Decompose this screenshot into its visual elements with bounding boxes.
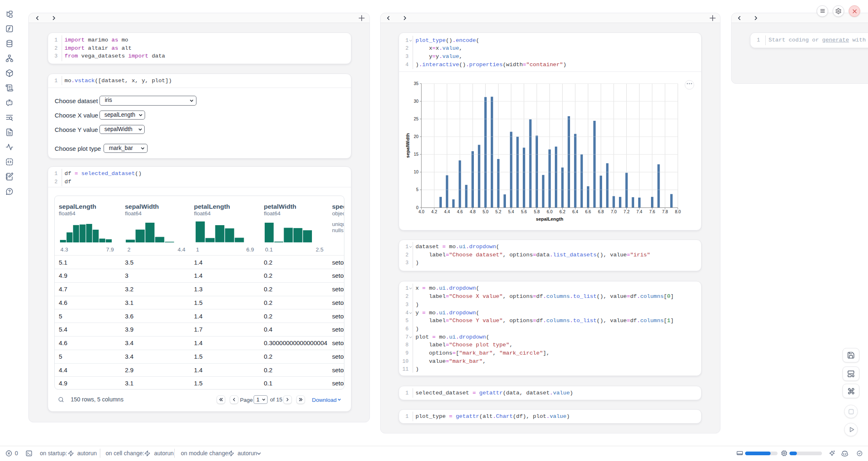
svg-text:5.0: 5.0 xyxy=(482,210,489,214)
svg-text:4.6: 4.6 xyxy=(457,210,463,214)
svg-text:7.2: 7.2 xyxy=(623,210,630,214)
svg-text:20: 20 xyxy=(414,134,419,139)
svg-text:5.6: 5.6 xyxy=(521,210,527,214)
svg-text:30: 30 xyxy=(414,99,419,104)
svg-text:4.8: 4.8 xyxy=(470,210,476,214)
svg-text:4.4: 4.4 xyxy=(444,210,450,214)
svg-text:6.4: 6.4 xyxy=(573,210,579,214)
svg-text:5.2: 5.2 xyxy=(495,210,501,214)
svg-text:10: 10 xyxy=(414,170,419,174)
svg-text:7.4: 7.4 xyxy=(637,210,643,214)
svg-text:7.0: 7.0 xyxy=(611,210,617,214)
svg-text:6.2: 6.2 xyxy=(559,210,566,214)
svg-text:sepalWidth: sepalWidth xyxy=(405,133,410,158)
svg-text:35: 35 xyxy=(414,81,419,86)
svg-text:7.6: 7.6 xyxy=(649,210,656,214)
svg-text:5.4: 5.4 xyxy=(508,210,515,214)
svg-text:sepalLength: sepalLength xyxy=(536,217,563,221)
svg-text:6.8: 6.8 xyxy=(598,210,604,214)
svg-text:8.0: 8.0 xyxy=(675,210,681,214)
svg-text:7.8: 7.8 xyxy=(662,210,668,214)
svg-text:6.0: 6.0 xyxy=(547,210,553,214)
svg-text:5.8: 5.8 xyxy=(534,210,540,214)
svg-text:4.2: 4.2 xyxy=(431,210,437,214)
svg-text:0: 0 xyxy=(416,205,419,210)
svg-text:4.0: 4.0 xyxy=(418,210,425,214)
svg-text:5: 5 xyxy=(416,187,419,192)
svg-text:25: 25 xyxy=(414,117,419,121)
svg-text:15: 15 xyxy=(414,152,419,157)
svg-text:6.6: 6.6 xyxy=(585,210,591,214)
